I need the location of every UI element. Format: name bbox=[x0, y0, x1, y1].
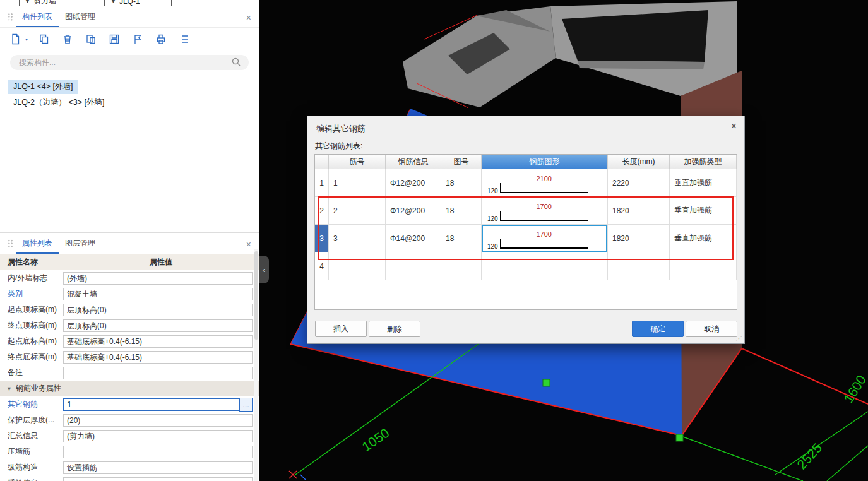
save-icon[interactable] bbox=[107, 32, 121, 46]
rebar-info-cell[interactable]: Φ12@200 bbox=[386, 197, 441, 225]
copy-icon[interactable] bbox=[37, 32, 51, 46]
ellipsis-button[interactable]: … bbox=[239, 398, 253, 412]
property-row: 纵筋构造 设置插筋 bbox=[0, 460, 259, 475]
rebar-shape-cell[interactable] bbox=[482, 252, 608, 280]
length-cell[interactable] bbox=[608, 252, 670, 280]
tab-layer-management[interactable]: 图层管理 bbox=[59, 234, 102, 254]
type-cell[interactable] bbox=[670, 252, 737, 280]
property-name: 纵筋构造 bbox=[0, 462, 63, 473]
column-header-info[interactable]: 钢筋信息 bbox=[386, 155, 441, 169]
drag-handle-icon[interactable] bbox=[8, 239, 13, 248]
resize-grip-icon[interactable]: ⋰ bbox=[735, 335, 742, 343]
list-settings-icon[interactable] bbox=[177, 32, 191, 46]
tab-drawing-management[interactable]: 图纸管理 bbox=[59, 7, 102, 27]
length-cell[interactable]: 1820 bbox=[608, 225, 670, 252]
property-value-field[interactable]: (20) bbox=[63, 414, 253, 427]
property-value-field[interactable]: 层顶标高(0) bbox=[63, 304, 253, 316]
rebar-shape-cell[interactable]: 120 1700 bbox=[482, 197, 608, 225]
bar-no-cell[interactable]: 3 bbox=[329, 225, 386, 252]
bar-line bbox=[500, 211, 588, 221]
scrollbar-thumb[interactable] bbox=[254, 251, 258, 340]
dropdown-caret-icon: ▼ bbox=[25, 0, 30, 4]
component-toolbar: ▾ bbox=[0, 28, 259, 50]
fig-no-cell[interactable]: 18 bbox=[441, 197, 482, 225]
type-cell[interactable]: 垂直加强筋 bbox=[670, 225, 737, 252]
fig-no-cell[interactable]: 18 bbox=[441, 225, 482, 252]
type-cell[interactable]: 垂直加强筋 bbox=[670, 169, 737, 197]
fig-no-cell[interactable]: 18 bbox=[441, 169, 482, 197]
bar-no-cell[interactable] bbox=[329, 252, 386, 280]
print-icon[interactable] bbox=[154, 32, 168, 46]
property-value-field[interactable]: (外墙) bbox=[63, 272, 253, 285]
grip-handle[interactable] bbox=[543, 379, 550, 386]
search-icon[interactable] bbox=[231, 57, 241, 69]
scrollbar[interactable] bbox=[254, 249, 258, 481]
fig-no-cell[interactable] bbox=[441, 252, 482, 280]
drag-handle-icon[interactable] bbox=[8, 13, 13, 21]
cancel-button[interactable]: 取消 bbox=[686, 321, 737, 337]
rebar-info-cell[interactable]: Φ14@200 bbox=[386, 225, 441, 252]
other-rebar-input[interactable] bbox=[63, 398, 240, 411]
column-header-gutter[interactable] bbox=[315, 155, 329, 169]
duplicate-icon[interactable] bbox=[84, 32, 98, 46]
new-dropdown-caret-icon[interactable]: ▾ bbox=[25, 37, 28, 42]
column-header-shape[interactable]: 钢筋图形 bbox=[482, 155, 608, 169]
shape-leg-label: 120 bbox=[487, 187, 498, 194]
property-value-field[interactable]: (剪力墙) bbox=[63, 430, 253, 442]
rebar-shape-cell[interactable]: 120 2100 bbox=[482, 169, 608, 197]
row-gutter[interactable]: 1 bbox=[315, 169, 329, 197]
column-header-length[interactable]: 长度(mm) bbox=[608, 155, 670, 169]
property-value-field[interactable] bbox=[63, 446, 253, 458]
rebar-info-cell[interactable]: Φ12@200 bbox=[386, 169, 441, 197]
edit-other-rebar-dialog: 编辑其它钢筋 × 其它钢筋列表: 筋号 钢筋信息 图号 钢筋图形 长度(mm) … bbox=[307, 116, 745, 344]
property-panel: 属性列表 图层管理 × 属性名称 属性值 内/外墙标志 (外墙) 类别 混凝土墙… bbox=[0, 232, 259, 481]
tab-property-list[interactable]: 属性列表 bbox=[16, 234, 59, 254]
property-name-link[interactable]: 类别 bbox=[0, 288, 63, 299]
rebar-table-header: 筋号 钢筋信息 图号 钢筋图形 长度(mm) 加强筋类型 bbox=[315, 155, 737, 169]
new-component-icon[interactable] bbox=[9, 32, 23, 46]
property-name: 备注 bbox=[0, 367, 63, 378]
row-gutter[interactable]: 2 bbox=[315, 197, 329, 225]
property-section-rebar[interactable]: ▼ 钢筋业务属性 bbox=[0, 381, 259, 396]
close-icon[interactable]: × bbox=[246, 240, 251, 249]
length-cell[interactable]: 2220 bbox=[608, 169, 670, 197]
property-value-field[interactable]: 混凝土墙 bbox=[63, 288, 253, 300]
rebar-table: 筋号 钢筋信息 图号 钢筋图形 长度(mm) 加强筋类型 1 1 Φ12@200… bbox=[314, 154, 737, 310]
dialog-close-icon[interactable]: × bbox=[731, 121, 737, 132]
panel-collapse-handle[interactable]: ‹ bbox=[259, 256, 269, 283]
bar-no-cell[interactable]: 1 bbox=[329, 169, 386, 197]
property-value-field[interactable]: 设置插筋 bbox=[63, 461, 253, 474]
insert-button[interactable]: 插入 bbox=[315, 321, 367, 337]
flag-icon[interactable] bbox=[131, 32, 145, 46]
tab-component-list[interactable]: 构件列表 bbox=[16, 7, 59, 27]
dropdown-caret-icon: ▼ bbox=[110, 0, 116, 4]
shape-length-label: 1700 bbox=[500, 230, 588, 238]
axis-label-2525: 2525 bbox=[794, 441, 824, 472]
column-header-bar-no[interactable]: 筋号 bbox=[329, 155, 386, 169]
row-gutter[interactable]: 4 bbox=[315, 252, 329, 280]
row-gutter-selected[interactable]: 3 bbox=[315, 225, 329, 252]
column-header-type[interactable]: 加强筋类型 bbox=[670, 155, 737, 169]
grip-handle[interactable] bbox=[676, 434, 683, 441]
axis-label-1600: 1600 bbox=[841, 372, 868, 405]
type-cell[interactable]: 垂直加强筋 bbox=[670, 197, 737, 225]
delete-icon[interactable] bbox=[61, 32, 74, 46]
length-cell[interactable]: 1820 bbox=[608, 197, 670, 225]
rebar-info-cell[interactable] bbox=[386, 252, 441, 280]
column-header-fig[interactable]: 图号 bbox=[441, 155, 482, 169]
delete-button[interactable]: 删除 bbox=[369, 321, 420, 337]
property-value-field[interactable] bbox=[63, 367, 253, 379]
property-value-field[interactable]: 基础底标高+0.4(-6.15) bbox=[63, 351, 253, 364]
list-item-jlq1[interactable]: JLQ-1 <4> [外墙] bbox=[8, 80, 78, 94]
property-name-link[interactable]: 其它钢筋 bbox=[0, 399, 63, 410]
property-value-field[interactable]: 基础底标高+0.4(-6.15) bbox=[63, 335, 253, 348]
property-value-field[interactable] bbox=[63, 477, 253, 481]
list-item-jlq2[interactable]: JLQ-2（边墙） <3> [外墙] bbox=[8, 95, 110, 110]
rebar-shape-cell-editing[interactable]: 120 1700 bbox=[482, 225, 608, 252]
search-input[interactable] bbox=[18, 57, 231, 68]
property-name: 终点底标高(m) bbox=[0, 352, 63, 362]
bar-no-cell[interactable]: 2 bbox=[329, 197, 386, 225]
property-value-field[interactable]: 层顶标高(0) bbox=[63, 319, 253, 332]
ok-button[interactable]: 确定 bbox=[632, 321, 684, 337]
close-icon[interactable]: × bbox=[246, 13, 251, 22]
